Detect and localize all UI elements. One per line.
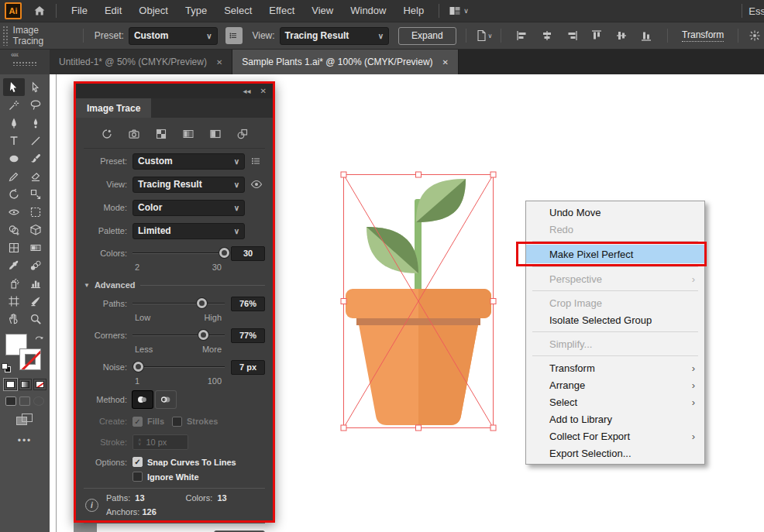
align-top-tool-icon[interactable] (587, 27, 607, 44)
context-menu-item[interactable]: Simplify... (526, 335, 704, 352)
slider-knob[interactable] (197, 298, 207, 308)
high-color-tool-icon[interactable] (127, 127, 141, 141)
ellipse-tool-icon[interactable] (3, 149, 25, 167)
draw-normal-icon[interactable] (5, 396, 16, 406)
screen-mode-icon[interactable] (16, 414, 33, 426)
perspective-grid-tool-icon[interactable] (25, 221, 46, 239)
curvature-tool-icon[interactable] (25, 114, 46, 132)
none-button[interactable] (33, 379, 46, 390)
column-graph-tool-icon[interactable] (25, 274, 46, 292)
arrange-documents-icon[interactable]: ∨ (449, 5, 469, 17)
default-fill-stroke-icon[interactable] (2, 363, 12, 373)
image-trace-panel-icon[interactable] (225, 27, 243, 44)
free-transform-tool-icon[interactable] (25, 203, 46, 221)
low-color-tool-icon[interactable] (154, 127, 168, 141)
shaper-tool-icon[interactable] (3, 167, 25, 185)
collapse-dock-icon[interactable]: «« (11, 50, 18, 59)
align-left-tool-icon[interactable] (512, 27, 532, 44)
align-center-h-tool-icon[interactable] (537, 27, 557, 44)
document-tab[interactable]: Sample Plants 1.ai* @ 100% (CMYK/Preview… (232, 50, 459, 74)
close-tab-icon[interactable]: ✕ (442, 58, 449, 67)
pen-tool-icon[interactable] (3, 114, 25, 132)
menu-item[interactable]: Help (394, 0, 432, 22)
menu-item[interactable]: View (303, 0, 342, 22)
direct-selection-tool-icon[interactable] (25, 78, 46, 96)
workspace-switcher[interactable]: Ess (749, 5, 764, 17)
dock-grip[interactable] (12, 61, 37, 66)
artboard-tool-icon[interactable] (3, 292, 25, 310)
paintbrush-tool-icon[interactable] (25, 149, 46, 167)
noise-slider[interactable] (132, 362, 225, 372)
corners-value-field[interactable]: 77% (231, 328, 265, 343)
menu-item[interactable]: Window (342, 0, 394, 22)
menu-item[interactable]: Select (215, 0, 260, 22)
context-menu-item[interactable]: Crop Image (526, 294, 704, 311)
tools-dock-header[interactable]: «« (0, 50, 50, 74)
stroke-width-stepper[interactable]: ∧∨ 10 px (132, 434, 188, 450)
document-tab[interactable]: Untitled-1* @ 50% (CMYK/Preview) ✕ (50, 50, 232, 74)
collapse-panel-icon[interactable]: ◂◂ (243, 87, 251, 95)
paths-slider[interactable] (132, 298, 225, 309)
align-bottom-tool-icon[interactable] (636, 27, 656, 44)
app-logo-icon[interactable]: Ai (5, 2, 22, 19)
stepper-arrows-icon[interactable]: ∧∨ (138, 438, 141, 446)
blend-tool-icon[interactable] (25, 256, 46, 274)
edit-toolbar-icon[interactable]: ••• (0, 435, 50, 446)
align-right-tool-icon[interactable] (562, 27, 582, 44)
line-segment-tool-icon[interactable] (25, 132, 46, 149)
method-abutting-button[interactable] (132, 391, 153, 408)
menu-item[interactable]: Type (177, 0, 215, 22)
panel-grip[interactable] (2, 26, 9, 46)
color-button[interactable] (4, 379, 17, 390)
context-menu-item[interactable]: Perspective › (526, 270, 704, 287)
expand-button[interactable]: Expand (398, 27, 456, 45)
fills-checkbox[interactable]: ✓ (132, 417, 143, 427)
method-overlapping-button[interactable] (156, 391, 176, 408)
zoom-tool-icon[interactable] (25, 310, 46, 328)
slider-knob[interactable] (133, 362, 143, 372)
draw-behind-icon[interactable] (19, 396, 30, 406)
eye-icon[interactable] (248, 178, 265, 190)
free-distort-icon[interactable] (745, 27, 764, 44)
scale-tool-icon[interactable] (25, 185, 46, 203)
grayscale-tool-icon[interactable] (181, 127, 195, 141)
strokes-checkbox[interactable] (172, 417, 182, 427)
context-menu-item[interactable]: Redo (526, 221, 704, 238)
context-menu-item[interactable]: Make Pixel Perfect (526, 245, 704, 263)
rotate-tool-icon[interactable] (3, 185, 25, 203)
panel-view-dropdown[interactable]: Tracing Result ∨ (132, 177, 245, 193)
magic-wand-tool-icon[interactable] (3, 96, 25, 114)
colors-value-field[interactable]: 30 (231, 246, 265, 261)
menu-item[interactable]: Effect (260, 0, 303, 22)
preset-menu-icon[interactable] (248, 155, 265, 167)
preset-dropdown[interactable]: Custom ∨ (129, 27, 218, 45)
symbol-sprayer-tool-icon[interactable] (3, 274, 25, 292)
slice-tool-icon[interactable] (25, 292, 46, 310)
document-setup-icon[interactable]: ∨ (473, 27, 495, 44)
shape-builder-tool-icon[interactable] (3, 221, 25, 239)
selection-tool-icon[interactable] (3, 78, 25, 96)
view-dropdown[interactable]: Tracing Result ∨ (280, 27, 389, 45)
advanced-section-toggle[interactable]: ▼ Advanced (84, 278, 265, 292)
context-menu-item[interactable]: Isolate Selected Group (526, 311, 704, 328)
corners-slider[interactable] (132, 330, 225, 341)
mode-dropdown[interactable]: Color ∨ (132, 200, 245, 216)
hand-tool-icon[interactable] (3, 310, 25, 328)
paths-value-field[interactable]: 76% (231, 297, 265, 311)
eyedropper-tool-icon[interactable] (3, 256, 25, 274)
palette-dropdown[interactable]: Limited ∨ (132, 223, 245, 239)
traced-plant-image[interactable] (343, 174, 494, 428)
width-tool-icon[interactable] (3, 203, 25, 221)
gradient-button[interactable] (19, 379, 32, 390)
context-menu-item[interactable]: Arrange › (526, 376, 704, 393)
transform-link[interactable]: Transform (682, 29, 724, 42)
context-menu-item[interactable]: Undo Move (526, 204, 704, 221)
image-trace-tab[interactable]: Image Trace (76, 98, 151, 118)
slider-knob[interactable] (219, 248, 229, 258)
context-menu-item[interactable]: Collect For Export › (526, 427, 704, 444)
outline-tool-icon[interactable] (236, 127, 250, 141)
ignore-white-checkbox[interactable] (132, 472, 143, 482)
snap-curves-checkbox[interactable]: ✓ (132, 457, 143, 467)
context-menu-item[interactable]: Export Selection... (526, 444, 704, 462)
mesh-tool-icon[interactable] (3, 239, 25, 256)
